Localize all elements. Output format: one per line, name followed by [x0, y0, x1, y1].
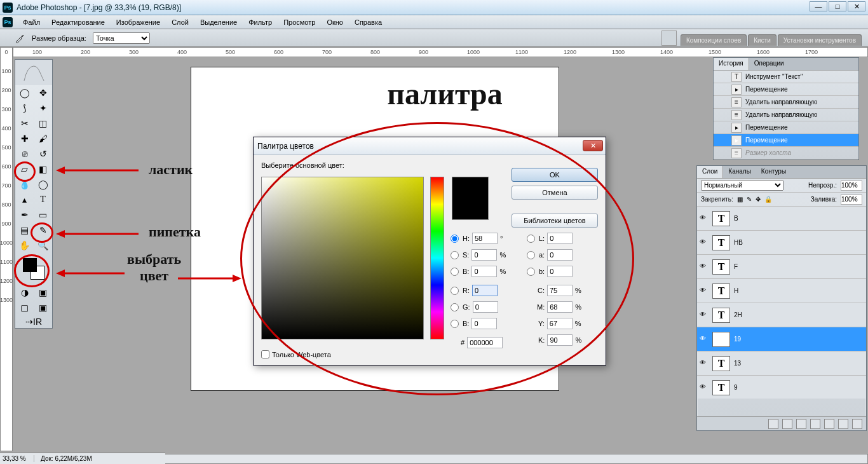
zoom-level[interactable]: 33,33 % [0, 455, 34, 462]
tab-brushes[interactable]: Кисти [748, 34, 776, 46]
opacity-input[interactable] [841, 181, 862, 191]
web-colors-checkbox[interactable]: Только Web-цвета [261, 350, 331, 358]
menu-window[interactable]: Окно [322, 17, 348, 28]
dialog-titlebar[interactable]: Палитра цветов ✕ [254, 137, 606, 155]
visibility-icon[interactable]: 👁 [700, 238, 709, 247]
move-tool-icon[interactable]: ✥ [34, 85, 52, 100]
workspace-button[interactable] [661, 31, 677, 46]
visibility-icon[interactable]: 👁 [700, 335, 709, 344]
radio-h[interactable] [451, 235, 459, 243]
visibility-icon[interactable]: 👁 [700, 311, 709, 320]
menu-filter[interactable]: Фильтр [243, 17, 277, 28]
fx-icon[interactable] [782, 419, 792, 429]
radio-r[interactable] [451, 287, 459, 295]
layer-row[interactable]: 👁T9 [697, 376, 866, 399]
radio-g[interactable] [451, 303, 459, 311]
sample-size-select[interactable]: Точка [93, 32, 150, 44]
tab-paths[interactable]: Контуры [756, 166, 791, 178]
horizontal-ruler[interactable]: 1002003004005006007008009001000110012001… [13, 47, 868, 57]
input-b2[interactable] [471, 318, 497, 329]
tab-layers[interactable]: Слои [697, 166, 723, 178]
input-a[interactable] [547, 249, 573, 261]
history-item[interactable]: ▸Перемещение [714, 121, 858, 134]
mask-icon[interactable] [796, 419, 806, 429]
menu-help[interactable]: Справка [349, 17, 387, 28]
layer-row[interactable]: 👁TH [697, 279, 866, 303]
history-item[interactable]: ▸Перемещение [714, 83, 858, 96]
input-c[interactable] [547, 285, 573, 296]
menu-file[interactable]: Файл [18, 17, 45, 28]
history-item[interactable]: ≡Удалить направляющую [714, 96, 858, 109]
dialog-close-button[interactable]: ✕ [583, 140, 603, 151]
crop-tool-icon[interactable]: ✂ [15, 116, 34, 131]
link-icon[interactable] [768, 419, 778, 429]
radio-a[interactable] [527, 251, 535, 259]
lock-pixels-icon[interactable]: ✎ [747, 196, 752, 203]
menu-app-icon[interactable]: Ps [3, 17, 13, 27]
color-field[interactable] [261, 177, 424, 339]
input-m[interactable] [547, 301, 573, 313]
history-item[interactable]: ▸Перемещение [714, 134, 858, 147]
history-item[interactable]: TИнструмент "Текст" [714, 71, 858, 83]
visibility-icon[interactable]: 👁 [700, 214, 709, 223]
marquee-tool-icon[interactable]: ◯ [15, 85, 34, 100]
input-r[interactable] [472, 285, 498, 296]
maximize-button[interactable]: □ [829, 1, 846, 11]
visibility-icon[interactable]: 👁 [700, 287, 709, 296]
radio-b[interactable] [451, 268, 459, 276]
menu-view[interactable]: Просмотр [278, 17, 320, 28]
layer-row[interactable]: 👁T13 [697, 351, 866, 376]
heal-tool-icon[interactable]: ✚ [15, 131, 34, 146]
eyedropper-tool-icon[interactable] [14, 32, 25, 44]
history-item[interactable]: ≡Размер холста [714, 147, 858, 160]
input-h[interactable] [472, 233, 498, 244]
trash-icon[interactable] [852, 419, 862, 429]
lock-trans-icon[interactable]: ▦ [737, 196, 743, 203]
menu-image[interactable]: Изображение [111, 17, 165, 28]
history-item[interactable]: ≡Удалить направляющую [714, 109, 858, 121]
gradient-tool-icon[interactable]: ◧ [34, 161, 52, 177]
adjust-icon[interactable] [810, 419, 820, 429]
imageready-icon[interactable]: ⇢IR [21, 314, 46, 329]
lock-pos-icon[interactable]: ✥ [756, 196, 761, 203]
pen-tool-icon[interactable]: ✒ [15, 207, 34, 222]
visibility-icon[interactable]: 👁 [700, 383, 709, 392]
input-g[interactable] [473, 301, 498, 313]
lasso-tool-icon[interactable]: ⟆ [15, 100, 34, 116]
fill-input[interactable] [841, 194, 862, 205]
vertical-ruler[interactable]: 0100200300400500600700800900100011001200… [0, 47, 13, 451]
minimize-button[interactable]: — [810, 1, 827, 11]
radio-bb[interactable] [527, 268, 535, 276]
type-tool-icon[interactable]: T [34, 192, 52, 207]
input-bb[interactable] [547, 266, 573, 277]
history-brush-icon[interactable]: ↺ [34, 146, 52, 161]
path-select-icon[interactable]: ▴ [15, 192, 34, 207]
tab-channels[interactable]: Каналы [723, 166, 756, 178]
menu-edit[interactable]: Редактирование [46, 17, 110, 28]
ok-button[interactable]: OK [512, 168, 598, 182]
layer-row[interactable]: 👁TF [697, 255, 866, 279]
input-bv[interactable] [471, 266, 497, 277]
radio-l[interactable] [527, 235, 535, 243]
radio-s[interactable] [451, 251, 459, 259]
slice-tool-icon[interactable]: ◫ [34, 116, 52, 131]
layer-row[interactable]: 👁THB [697, 231, 866, 255]
shape-tool-icon[interactable]: ▭ [34, 207, 52, 222]
stamp-tool-icon[interactable]: ⎚ [15, 146, 34, 161]
visibility-icon[interactable]: 👁 [700, 263, 709, 271]
screen-full-icon[interactable]: ▣ [34, 300, 52, 315]
tab-actions[interactable]: Операции [749, 58, 789, 70]
layer-row[interactable]: 👁T19 [697, 327, 866, 351]
tab-layer-comps[interactable]: Композиции слоев [681, 34, 747, 46]
new-layer-icon[interactable] [838, 419, 848, 429]
input-l[interactable] [547, 233, 573, 244]
cancel-button[interactable]: Отмена [512, 186, 598, 200]
menu-select[interactable]: Выделение [195, 17, 242, 28]
screen-std-icon[interactable]: ▢ [15, 300, 34, 315]
input-s[interactable] [471, 249, 497, 261]
color-libraries-button[interactable]: Библиотеки цветов [512, 214, 598, 228]
visibility-icon[interactable]: 👁 [700, 359, 709, 368]
close-button[interactable]: ✕ [848, 1, 865, 11]
screenmode-icon[interactable]: ▣ [34, 285, 52, 300]
input-y[interactable] [547, 318, 573, 329]
